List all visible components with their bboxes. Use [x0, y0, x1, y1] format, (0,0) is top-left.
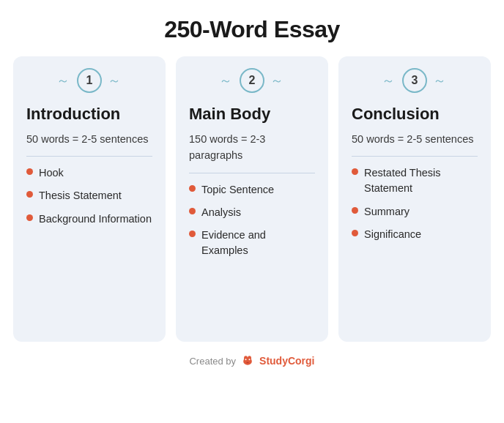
svg-point-3 — [245, 359, 247, 360]
footer-brand: StudyCorgi — [259, 355, 314, 367]
bullet-list-introduction: Hook Thesis Statement Background Informa… — [13, 165, 165, 226]
footer-created-by: Created by — [189, 356, 236, 367]
card-conclusion: ～ 3 ～ Conclusion 50 words = 2-5 sentence… — [338, 56, 491, 342]
number-circle-3: 3 — [402, 68, 427, 93]
card-subtitle-main-body: 150 words = 2-3 paragraphs — [176, 128, 328, 173]
card-title-main-body: Main Body — [176, 100, 284, 128]
bullet-dot — [189, 208, 196, 214]
footer: Created by StudyCorgi — [189, 353, 314, 368]
svg-point-4 — [249, 359, 251, 360]
card-number-row-3: ～ 3 ～ — [338, 56, 491, 100]
card-title-conclusion: Conclusion — [338, 100, 453, 128]
list-item: Significance — [352, 227, 478, 242]
bullet-dot — [26, 191, 33, 198]
tilde-left-1: ～ — [56, 72, 71, 89]
bullet-dot — [189, 185, 196, 192]
tilde-left-2: ～ — [219, 72, 234, 89]
page-title: 250-Word Essay — [164, 16, 340, 43]
card-subtitle-conclusion: 50 words = 2-5 sentences — [338, 128, 486, 156]
card-title-introduction: Introduction — [13, 100, 133, 128]
card-divider-3 — [352, 156, 478, 157]
cards-container: ～ 1 ～ Introduction 50 words = 2-5 senten… — [0, 56, 504, 342]
card-divider-2 — [189, 173, 315, 173]
list-item: Hook — [26, 165, 152, 181]
card-divider-1 — [26, 156, 152, 157]
card-introduction: ～ 1 ～ Introduction 50 words = 2-5 senten… — [13, 56, 166, 342]
bullet-dot — [26, 168, 33, 175]
bullet-list-conclusion: Restated Thesis Statement Summary Signif… — [338, 165, 491, 242]
list-item: Topic Sentence — [189, 182, 315, 198]
tilde-right-2: ～ — [270, 72, 285, 89]
card-main-body: ～ 2 ～ Main Body 150 words = 2-3 paragrap… — [176, 56, 328, 342]
tilde-right-1: ～ — [108, 72, 122, 89]
bullet-dot — [352, 168, 358, 175]
card-subtitle-introduction: 50 words = 2-5 sentences — [13, 128, 161, 156]
tilde-right-3: ～ — [433, 72, 448, 89]
number-circle-2: 2 — [240, 68, 264, 93]
bullet-dot — [189, 231, 196, 237]
list-item: Background Information — [26, 212, 152, 227]
bullet-dot — [352, 207, 358, 214]
list-item: Restated Thesis Statement — [352, 165, 478, 196]
number-circle-1: 1 — [77, 68, 102, 93]
bullet-list-main-body: Topic Sentence Analysis Evidence and Exa… — [176, 182, 328, 258]
bullet-dot — [26, 214, 33, 221]
svg-point-5 — [246, 362, 248, 364]
card-number-row-1: ～ 1 ～ — [13, 56, 166, 100]
studycorgi-logo-icon — [240, 353, 255, 368]
list-item: Thesis Statement — [26, 188, 152, 203]
bullet-dot — [352, 230, 358, 236]
card-number-row-2: ～ 2 ～ — [176, 56, 328, 100]
list-item: Evidence and Examples — [189, 228, 315, 258]
list-item: Analysis — [189, 205, 315, 220]
tilde-left-3: ～ — [382, 72, 396, 89]
list-item: Summary — [352, 204, 478, 220]
